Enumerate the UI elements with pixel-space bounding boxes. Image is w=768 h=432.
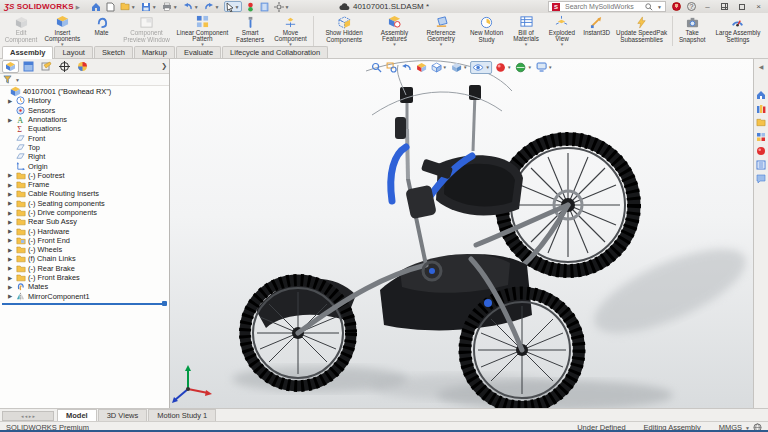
options-button[interactable]: ▼ bbox=[273, 1, 291, 12]
search-box[interactable]: S ▼ bbox=[548, 1, 666, 12]
ribbon-button-smart-fasteners[interactable]: Smart Fasteners bbox=[230, 14, 269, 48]
expand-arrow-icon[interactable]: ▶ bbox=[8, 182, 15, 188]
expand-arrow-icon[interactable]: ▶ bbox=[8, 293, 15, 299]
panel-tab-dimxpertmanager[interactable] bbox=[56, 60, 73, 73]
print-button[interactable]: ▼ bbox=[161, 1, 179, 12]
tree-item-wheels[interactable]: ▶ (-) Wheels bbox=[0, 245, 169, 254]
tree-item-history[interactable]: ▶ History bbox=[0, 96, 169, 105]
tab-scroll-buttons[interactable]: ◂ ◂ ▸ ▸ bbox=[2, 411, 54, 421]
zoom-to-area-button[interactable] bbox=[385, 61, 398, 74]
display-style-button[interactable]: ▼ bbox=[450, 61, 468, 74]
file-properties-button[interactable] bbox=[259, 1, 270, 12]
rebuild-button[interactable] bbox=[245, 1, 256, 12]
home-button[interactable] bbox=[90, 1, 102, 12]
logo-menu-caret-icon[interactable]: ▶ bbox=[76, 4, 80, 10]
expand-arrow-icon[interactable]: ▶ bbox=[8, 228, 15, 234]
dropdown-caret-icon[interactable]: ▼ bbox=[439, 43, 443, 47]
expand-arrow-icon[interactable]: ▶ bbox=[8, 237, 15, 243]
tag-globe-icon[interactable] bbox=[753, 423, 762, 432]
expand-arrow-icon[interactable]: ▶ bbox=[8, 172, 15, 178]
expand-arrow-icon[interactable]: ▶ bbox=[8, 98, 15, 104]
ribbon-button-insert-components[interactable]: Insert Components▼ bbox=[40, 14, 84, 48]
file-explorer-button[interactable] bbox=[755, 116, 768, 129]
apply-scene-button[interactable]: ▼ bbox=[514, 61, 532, 74]
bottom-tab-motion-study-1[interactable]: Motion Study 1 bbox=[148, 409, 216, 421]
search-scope-caret-icon[interactable]: ▼ bbox=[657, 4, 662, 10]
dropdown-caret-icon[interactable]: ▼ bbox=[235, 4, 240, 10]
ribbon-button-linear-component-pattern[interactable]: Linear Component Pattern▼ bbox=[174, 14, 230, 48]
dropdown-caret-icon[interactable]: ▼ bbox=[152, 4, 157, 10]
dropdown-caret-icon[interactable]: ▼ bbox=[524, 43, 528, 47]
previous-view-button[interactable] bbox=[400, 61, 413, 74]
minimize-button[interactable]: – bbox=[702, 2, 713, 11]
panel-tab-displaymanager[interactable] bbox=[74, 60, 91, 73]
ribbon-button-new-motion-study[interactable]: New Motion Study bbox=[465, 14, 508, 48]
tree-item-front-end[interactable]: ▶ (-) Front End bbox=[0, 236, 169, 245]
expand-arrow-icon[interactable]: ▶ bbox=[8, 219, 15, 225]
close-button[interactable]: × bbox=[753, 2, 764, 11]
expand-arrow-icon[interactable]: ▶ bbox=[8, 265, 15, 271]
dropdown-caret-icon[interactable]: ▼ bbox=[527, 65, 531, 70]
filter-funnel-icon[interactable] bbox=[3, 75, 12, 84]
ribbon-button-large-assembly-settings[interactable]: Large Assembly Settings bbox=[710, 14, 766, 48]
ribbon-button-exploded-view[interactable]: Exploded View▼ bbox=[544, 14, 579, 48]
design-library-button[interactable] bbox=[755, 102, 768, 115]
bottom-tab-3d-views[interactable]: 3D Views bbox=[98, 409, 148, 421]
tree-item-mirrorcomponent1[interactable]: ▶ MirrorComponent1 bbox=[0, 292, 169, 301]
tree-item-origin[interactable]: Origin bbox=[0, 161, 169, 170]
restore-button[interactable] bbox=[736, 2, 747, 11]
expand-arrow-icon[interactable]: ▶ bbox=[8, 275, 15, 281]
search-input[interactable] bbox=[563, 2, 642, 11]
tree-item-mates[interactable]: ▶ Mates bbox=[0, 282, 169, 291]
help-button[interactable]: ? bbox=[687, 2, 696, 11]
edit-appearance-button[interactable]: ▼ bbox=[494, 61, 512, 74]
view-palette-button[interactable] bbox=[755, 130, 768, 143]
tree-root-assembly[interactable]: 40107001 ("Bowhead RX") bbox=[0, 87, 169, 96]
tree-item-drive-components[interactable]: ▶ (-) Drive components bbox=[0, 208, 169, 217]
dropdown-caret-icon[interactable]: ▼ bbox=[560, 43, 564, 47]
solidworks-resources-button[interactable] bbox=[755, 88, 768, 101]
redo-button[interactable]: ▼ bbox=[203, 1, 221, 12]
expand-arrow-icon[interactable]: ▶ bbox=[8, 210, 15, 216]
tree-item-footrest[interactable]: ▶ (-) Footrest bbox=[0, 171, 169, 180]
task-pane-expand-icon[interactable]: ◀ bbox=[759, 63, 764, 70]
ribbon-button-mate[interactable]: Mate bbox=[84, 14, 118, 48]
expand-arrow-icon[interactable]: ▶ bbox=[8, 256, 15, 262]
tree-item-hardware[interactable]: ▶ (-) Hardware bbox=[0, 226, 169, 235]
ribbon-button-take-snapshot[interactable]: Take Snapshot bbox=[674, 14, 710, 48]
undo-button[interactable]: ▼ bbox=[182, 1, 200, 12]
units-caret-icon[interactable]: ▼ bbox=[745, 425, 750, 431]
tree-item-front-brakes[interactable]: ▶ (-) Front Brakes bbox=[0, 273, 169, 282]
hide-show-items-button[interactable]: ▼ bbox=[471, 61, 492, 74]
ribbon-button-instant3d[interactable]: Instant3D bbox=[580, 14, 614, 48]
dropdown-caret-icon[interactable]: ▼ bbox=[463, 65, 467, 70]
status-units-selector[interactable]: MMGS ▼ bbox=[719, 423, 762, 432]
tab-evaluate[interactable]: Evaluate bbox=[176, 46, 221, 58]
tree-item-equations[interactable]: Σ Equations bbox=[0, 124, 169, 133]
tree-item-right[interactable]: Right bbox=[0, 152, 169, 161]
tree-item-frame[interactable]: ▶ Frame bbox=[0, 180, 169, 189]
tree-item-f-chain-links[interactable]: ▶ (f) Chain Links bbox=[0, 254, 169, 263]
dropdown-caret-icon[interactable]: ▼ bbox=[507, 65, 511, 70]
expand-arrow-icon[interactable]: ▶ bbox=[8, 247, 15, 253]
assembly-model-render[interactable] bbox=[170, 59, 752, 408]
handlebar-left-blue-grip[interactable] bbox=[391, 147, 406, 201]
solidworks-forum-button[interactable] bbox=[755, 172, 768, 185]
tree-item-annotations[interactable]: ▶ A Annotations bbox=[0, 115, 169, 124]
dropdown-caret-icon[interactable]: ▼ bbox=[392, 43, 396, 47]
open-button[interactable]: ▼ bbox=[119, 1, 137, 12]
dropdown-caret-icon[interactable]: ▼ bbox=[486, 65, 490, 70]
dropdown-caret-icon[interactable]: ▼ bbox=[131, 4, 136, 10]
dropdown-caret-icon[interactable]: ▼ bbox=[443, 65, 447, 70]
expand-arrow-icon[interactable]: ▶ bbox=[8, 191, 15, 197]
new-document-button[interactable] bbox=[105, 1, 116, 12]
dropdown-caret-icon[interactable]: ▼ bbox=[548, 65, 552, 70]
zoom-to-fit-button[interactable] bbox=[370, 61, 383, 74]
ribbon-button-move-component[interactable]: Move Component▼ bbox=[270, 14, 312, 48]
panel-overflow-icon[interactable]: ❯ bbox=[161, 62, 167, 70]
rollback-bar[interactable] bbox=[2, 303, 165, 305]
tab-lifecycle-and-collaboration[interactable]: Lifecycle and Collaboration bbox=[222, 46, 328, 58]
view-orientation-button[interactable]: ▼ bbox=[430, 61, 448, 74]
tree-item-rear-brake[interactable]: ▶ (-) Rear Brake bbox=[0, 264, 169, 273]
tree-item-front[interactable]: Front bbox=[0, 133, 169, 142]
